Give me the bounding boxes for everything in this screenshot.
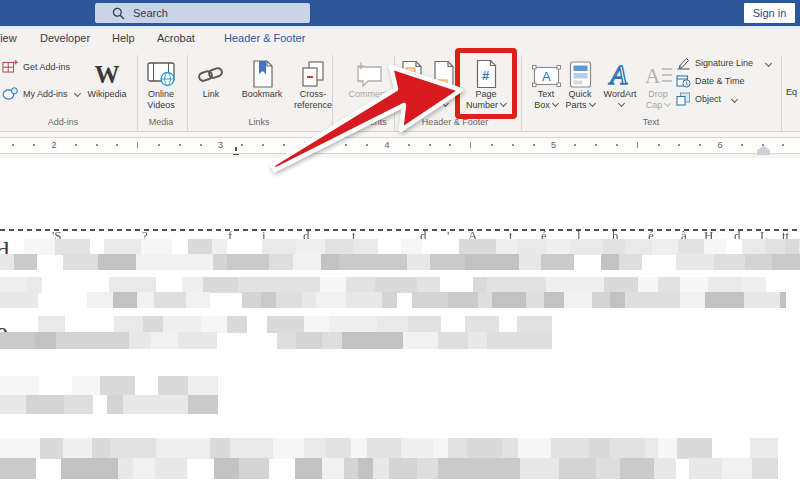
redacted-block	[520, 458, 559, 479]
glyph-remnant: t	[509, 228, 513, 239]
ruler-tick	[782, 144, 784, 146]
redacted-block	[273, 438, 305, 459]
right-indent-marker[interactable]	[757, 146, 770, 155]
chevron-down-icon	[664, 100, 671, 107]
redacted-block	[438, 458, 461, 479]
wikipedia-icon: W	[95, 61, 120, 89]
date-time-button[interactable]: Date & Time	[676, 74, 745, 88]
text-box-button[interactable]: A Text Box	[528, 53, 564, 115]
redacted-block	[322, 458, 344, 479]
redacted-block	[0, 292, 38, 308]
redacted-block	[0, 332, 35, 349]
redacted-block	[346, 292, 363, 308]
redacted-block	[304, 316, 330, 333]
ruler-tick	[408, 144, 410, 146]
redacted-block	[203, 277, 238, 293]
comment-label: Comment	[340, 89, 396, 100]
cross-reference-button[interactable]: Cross- reference	[288, 53, 338, 115]
redacted-block	[780, 292, 787, 308]
wikipedia-button[interactable]: W Wikipedia	[85, 53, 129, 115]
link-button[interactable]: Link	[193, 53, 229, 115]
sign-in-button[interactable]: Sign in	[744, 3, 795, 23]
ruler-tick	[449, 144, 451, 146]
redacted-block	[645, 438, 659, 459]
tab-header-footer-contextual[interactable]: Header & Footer	[224, 32, 305, 44]
redacted-block	[468, 332, 488, 349]
document-page[interactable]: 'S?fidtd'AtélhéàHdLtt dIelC	[0, 158, 800, 502]
redacted-block	[460, 458, 490, 479]
object-icon	[676, 92, 691, 106]
header-button[interactable]: Header	[396, 53, 428, 115]
redacted-block	[363, 292, 382, 308]
signature-line-button[interactable]: Signature Line	[676, 56, 771, 70]
object-button[interactable]: Object	[676, 92, 737, 106]
ruler-tick	[595, 144, 597, 146]
redacted-block	[261, 292, 277, 308]
ruler-tick	[241, 144, 243, 146]
tab-developer[interactable]: Developer	[40, 32, 90, 44]
svg-text:A: A	[645, 64, 661, 88]
redacted-block	[262, 239, 297, 255]
redacted-block	[704, 239, 727, 255]
redacted-block	[358, 332, 376, 349]
redacted-block	[658, 438, 677, 459]
glyph-remnant: L	[760, 228, 768, 239]
glyph-remnant: à	[681, 228, 687, 239]
redacted-block	[93, 332, 129, 349]
redacted-block	[133, 458, 155, 479]
tab-help[interactable]: Help	[112, 32, 135, 44]
link-label: Link	[193, 89, 229, 100]
add-ins-icon	[2, 86, 19, 101]
ruler-tick	[491, 144, 493, 146]
get-add-ins-label: Get Add-ins	[23, 62, 70, 72]
search-input[interactable]: Search	[95, 3, 310, 23]
redacted-block	[191, 438, 211, 459]
redacted-block	[448, 292, 479, 308]
redacted-block	[0, 438, 17, 459]
quick-parts-button[interactable]: Quick Parts	[560, 53, 600, 115]
tab-view[interactable]: View	[0, 32, 17, 44]
redacted-block	[750, 438, 772, 459]
my-add-ins-label: My Add-ins	[23, 89, 68, 99]
ruler-tick	[658, 144, 660, 146]
redacted-block	[14, 254, 37, 270]
redacted-block	[389, 458, 417, 479]
ruler-tick	[699, 144, 701, 146]
redacted-block	[473, 277, 487, 293]
redacted-block	[592, 292, 610, 308]
ruler-tick	[137, 142, 138, 148]
redacted-block	[61, 458, 91, 479]
redacted-block	[295, 458, 323, 479]
redacted-block	[302, 292, 316, 308]
chevron-down-icon	[410, 100, 417, 107]
tab-acrobat[interactable]: Acrobat	[157, 32, 195, 44]
tab-stop-marker[interactable]	[233, 150, 239, 155]
glyph-remnant: i	[262, 228, 266, 239]
redacted-block	[321, 254, 339, 270]
cross-reference-label-1: Cross-	[288, 89, 338, 100]
my-add-ins-button[interactable]: My Add-ins	[2, 86, 80, 101]
online-videos-button[interactable]: Online Videos	[140, 53, 182, 115]
ribbon-tab-bar: View Developer Help Acrobat Header & Foo…	[0, 29, 800, 50]
get-add-ins-button[interactable]: Get Add-ins	[2, 59, 70, 74]
ruler-tick	[533, 144, 535, 146]
redacted-block	[487, 332, 522, 349]
redacted-block	[417, 458, 438, 479]
highlight-rectangle	[455, 48, 517, 119]
wordart-button[interactable]: A WordArt	[598, 53, 642, 115]
ruler-strip: 23456	[0, 137, 800, 154]
redacted-block	[35, 332, 57, 349]
redacted-block	[346, 277, 376, 293]
footer-button[interactable]: Footer	[430, 53, 458, 115]
redacted-block	[570, 239, 603, 255]
glyph-remnant: é	[648, 228, 654, 239]
redacted-block	[0, 277, 27, 293]
redacted-block	[358, 458, 373, 479]
ruler[interactable]: 23456	[0, 132, 800, 158]
bookmark-button[interactable]: Bookmark	[233, 53, 291, 115]
bookmark-icon	[250, 59, 275, 89]
equation-label-partial[interactable]: Eq	[786, 87, 797, 97]
ruler-tick	[470, 142, 471, 148]
svg-text:A: A	[542, 69, 551, 84]
redacted-block	[201, 316, 228, 333]
